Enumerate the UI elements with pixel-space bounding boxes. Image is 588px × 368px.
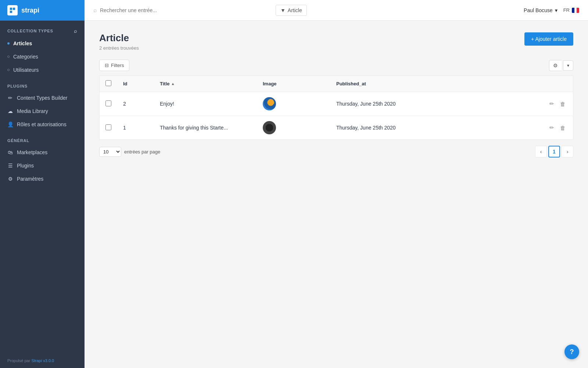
topbar-filter-button[interactable]: ▼ Article bbox=[276, 5, 307, 16]
row-1-image bbox=[263, 97, 276, 110]
gear-icon: ⚙ bbox=[7, 176, 13, 182]
sidebar-item-roles[interactable]: 👤 Rôles et autorisations bbox=[0, 118, 85, 131]
logo-icon bbox=[7, 5, 18, 15]
active-dot bbox=[7, 42, 10, 45]
topbar: ⌕ ▼ Article Paul Bocuse ▾ FR bbox=[85, 0, 588, 21]
list-icon: ☰ bbox=[7, 163, 13, 169]
search-area: ⌕ bbox=[93, 7, 270, 14]
td-image-1 bbox=[257, 92, 330, 116]
row-2-checkbox[interactable] bbox=[105, 124, 111, 130]
cloud-icon: ☁ bbox=[7, 108, 13, 114]
row-2-image bbox=[263, 121, 276, 134]
page-title: Article bbox=[99, 32, 139, 44]
sidebar: strapi COLLECTION TYPES ⌕ Articles Categ… bbox=[0, 0, 85, 368]
edit-row-1-button[interactable]: ✏ bbox=[548, 100, 556, 108]
sort-arrow-icon: ▲ bbox=[171, 82, 175, 86]
main-area: ⌕ ▼ Article Paul Bocuse ▾ FR Article 2 e… bbox=[85, 0, 588, 368]
shopping-bag-icon: 🛍 bbox=[7, 149, 13, 155]
page-title-area: Article 2 entrées trouvées bbox=[99, 32, 139, 51]
user-menu[interactable]: Paul Bocuse ▾ bbox=[524, 7, 557, 13]
td-checkbox-1 bbox=[100, 92, 118, 116]
language-switcher[interactable]: FR bbox=[563, 7, 579, 13]
row-1-checkbox[interactable] bbox=[105, 100, 111, 106]
td-checkbox-2 bbox=[100, 116, 118, 140]
pagination-nav: ‹ 1 › bbox=[535, 146, 573, 158]
sidebar-item-marketplaces[interactable]: 🛍 Marketplaces bbox=[0, 146, 85, 159]
prev-page-button[interactable]: ‹ bbox=[535, 146, 547, 158]
delete-row-1-button[interactable]: 🗑 bbox=[559, 100, 567, 108]
filter-icon: ▼ bbox=[280, 7, 286, 13]
table-controls: ⊟ Filters ⚙ ▾ bbox=[99, 60, 573, 71]
svg-rect-1 bbox=[13, 8, 15, 10]
table-header-row: Id Title ▲ Image Published_at bbox=[100, 76, 573, 92]
sort-title-icon[interactable]: Title ▲ bbox=[160, 81, 175, 86]
sidebar-item-media-library[interactable]: ☁ Media Library bbox=[0, 105, 85, 118]
th-checkbox bbox=[100, 76, 118, 92]
select-all-checkbox[interactable] bbox=[105, 80, 111, 86]
inactive-dot bbox=[7, 56, 10, 58]
td-published-1: Thursday, June 25th 2020 bbox=[330, 92, 542, 116]
td-actions-2: ✏ 🗑 bbox=[542, 116, 573, 140]
edit-row-2-button[interactable]: ✏ bbox=[548, 124, 556, 132]
next-page-button[interactable]: › bbox=[562, 146, 573, 158]
table-settings: ⚙ ▾ bbox=[549, 60, 573, 71]
td-id-2: 1 bbox=[117, 116, 154, 140]
general-section: GÉNÉRAL bbox=[0, 131, 85, 146]
plugins-section: PLUGINS bbox=[0, 77, 85, 91]
td-image-2 bbox=[257, 116, 330, 140]
svg-rect-2 bbox=[10, 11, 12, 13]
sidebar-item-plugins[interactable]: ☰ Plugins bbox=[0, 159, 85, 172]
current-page-number: 1 bbox=[548, 146, 560, 158]
page-subtitle: 2 entrées trouvées bbox=[99, 45, 139, 51]
logo[interactable]: strapi bbox=[0, 0, 85, 21]
search-icon: ⌕ bbox=[93, 7, 97, 14]
strapi-version-link[interactable]: Strapi v3.0.0 bbox=[31, 358, 54, 363]
sidebar-item-categories[interactable]: Categories bbox=[0, 50, 85, 63]
collection-search-icon[interactable]: ⌕ bbox=[74, 28, 77, 34]
collection-types-section: COLLECTION TYPES ⌕ bbox=[0, 21, 85, 37]
inactive-dot bbox=[7, 69, 10, 71]
settings-icon-button[interactable]: ⚙ bbox=[549, 60, 562, 71]
row-1-actions: ✏ 🗑 bbox=[548, 100, 567, 108]
pencil-icon: ✏ bbox=[7, 95, 13, 101]
pagination-bar: 10 20 50 entrées par page ‹ 1 › bbox=[99, 146, 573, 158]
french-flag-icon bbox=[572, 8, 579, 13]
delete-row-2-button[interactable]: 🗑 bbox=[559, 124, 567, 132]
person-icon: 👤 bbox=[7, 121, 13, 127]
td-published-2: Thursday, June 25th 2020 bbox=[330, 116, 542, 140]
td-id-1: 2 bbox=[117, 92, 154, 116]
th-actions bbox=[542, 76, 573, 92]
content-area: Article 2 entrées trouvées + Ajouter art… bbox=[85, 21, 588, 368]
topbar-right: Paul Bocuse ▾ FR bbox=[524, 7, 579, 13]
td-title-1: Enjoy! bbox=[154, 92, 257, 116]
help-button[interactable]: ? bbox=[564, 344, 579, 359]
add-article-button[interactable]: + Ajouter article bbox=[524, 32, 573, 46]
sidebar-item-parametres[interactable]: ⚙ Paramètres bbox=[0, 172, 85, 185]
logo-text: strapi bbox=[21, 7, 39, 14]
page-header: Article 2 entrées trouvées + Ajouter art… bbox=[99, 32, 573, 51]
search-input[interactable] bbox=[100, 7, 270, 13]
sidebar-footer: Propulsé par Strapi v3.0.0 bbox=[0, 353, 85, 368]
filters-button[interactable]: ⊟ Filters bbox=[99, 60, 129, 71]
table-row: 2 Enjoy! Thursday, June 25th 2020 ✏ 🗑 bbox=[100, 92, 573, 116]
per-page-select[interactable]: 10 20 50 bbox=[99, 147, 121, 157]
table-row: 1 Thanks for giving this Starte... Thurs… bbox=[100, 116, 573, 140]
sidebar-item-utilisateurs[interactable]: Utilisateurs bbox=[0, 63, 85, 77]
per-page-label: entrées par page bbox=[124, 149, 160, 155]
th-published-at: Published_at bbox=[330, 76, 542, 92]
row-2-actions: ✏ 🗑 bbox=[548, 124, 567, 132]
sidebar-item-content-types-builder[interactable]: ✏ Content Types Builder bbox=[0, 91, 85, 105]
per-page-control: 10 20 50 entrées par page bbox=[99, 147, 160, 157]
th-image: Image bbox=[257, 76, 330, 92]
svg-rect-0 bbox=[10, 8, 12, 10]
settings-caret-button[interactable]: ▾ bbox=[563, 60, 573, 71]
data-table: Id Title ▲ Image Published_at bbox=[99, 75, 573, 140]
th-id: Id bbox=[117, 76, 154, 92]
td-title-2: Thanks for giving this Starte... bbox=[154, 116, 257, 140]
filter-funnel-icon: ⊟ bbox=[105, 63, 109, 68]
sidebar-item-articles[interactable]: Articles bbox=[0, 37, 85, 50]
th-title[interactable]: Title ▲ bbox=[154, 76, 257, 92]
chevron-down-icon: ▾ bbox=[555, 7, 557, 13]
td-actions-1: ✏ 🗑 bbox=[542, 92, 573, 116]
